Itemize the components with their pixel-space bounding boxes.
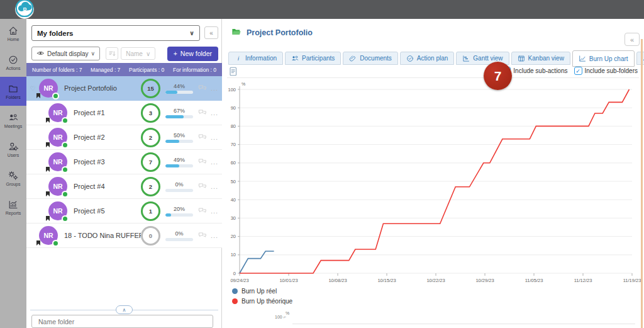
export-document-icon[interactable]	[228, 66, 240, 77]
tab-dashboard[interactable]: Dashboard	[636, 52, 644, 65]
chart-legend: Burn Up réelBurn Up théorique	[232, 286, 292, 306]
online-status-dot	[62, 166, 69, 173]
more-options-icon[interactable]: ...	[211, 183, 222, 190]
folder-row[interactable]: NRProject #2250%...	[26, 125, 222, 150]
online-status-dot	[52, 240, 59, 247]
folder-row[interactable]: NR18 - TODO Nina RUFFER00%...	[26, 223, 222, 248]
comments-icon[interactable]	[197, 133, 208, 142]
more-options-icon[interactable]: ...	[211, 207, 222, 215]
folder-progress: 20%	[165, 206, 193, 217]
sidebar-item-label: Users	[8, 153, 19, 157]
summary-item: Number of folders : 7	[32, 67, 82, 73]
folder-row[interactable]: ♡NRProject Portofolio1544%...	[26, 76, 222, 101]
comments-icon[interactable]	[197, 182, 208, 191]
folder-row[interactable]: NRProject #5120%...	[26, 199, 222, 223]
comments-icon[interactable]	[197, 84, 208, 93]
tab-label: Burn Up chart	[589, 55, 628, 62]
collapse-main-button[interactable]: «	[625, 33, 640, 46]
comments-icon[interactable]	[197, 231, 208, 240]
svg-text:11/05/23: 11/05/23	[525, 278, 543, 283]
online-status-dot	[62, 215, 69, 222]
chevron-down-icon: ∨	[189, 30, 194, 37]
action-count-ring: 1	[141, 201, 160, 221]
tab-information[interactable]: iInformation	[228, 52, 283, 65]
progress-fill	[165, 115, 184, 118]
sidebar-item-folders[interactable]: Folders	[0, 77, 26, 106]
folder-scope-select[interactable]: My folders ∨	[31, 25, 200, 41]
tab-documents[interactable]: Documents	[343, 52, 398, 65]
option-include-sub-folders[interactable]: ✓Include sub-folders	[574, 67, 638, 75]
svg-text:0: 0	[233, 271, 236, 276]
scrollbar[interactable]	[641, 39, 643, 328]
svg-text:09/24/23: 09/24/23	[230, 278, 248, 283]
sidebar-item-reports[interactable]: Reports	[0, 193, 26, 222]
more-options-icon[interactable]: ...	[211, 84, 222, 92]
folder-avatar: NR	[48, 152, 67, 171]
legend-label: Burn Up réel	[242, 288, 277, 295]
svg-text:90: 90	[231, 105, 236, 111]
more-options-icon[interactable]: ...	[211, 158, 222, 166]
tab-label: Gantt view	[473, 55, 502, 62]
flag-icon	[36, 240, 40, 246]
users-icon	[8, 142, 18, 152]
folder-row[interactable]: NRProject #1367%...	[26, 101, 222, 125]
progress-fill	[165, 213, 171, 217]
sidebar-item-actions[interactable]: Actions	[0, 48, 26, 77]
sidebar-item-home[interactable]: Home	[0, 19, 26, 48]
more-options-icon[interactable]: ...	[211, 133, 222, 141]
expand-panel-button[interactable]: ∧	[116, 305, 133, 314]
tab-kanban-view[interactable]: Kanban view	[511, 52, 570, 65]
favorite-heart-icon[interactable]: ♡	[26, 85, 39, 92]
folder-row[interactable]: NRProject #3749%...	[26, 150, 222, 174]
legend-label: Burn Up théorique	[242, 298, 292, 305]
eye-icon	[36, 49, 45, 59]
svg-text:p: p	[23, 5, 26, 12]
folder-name: 18 - TODO Nina RUFFER	[64, 232, 141, 239]
sort-icon[interactable]	[106, 47, 118, 60]
folder-row[interactable]: NRProject #420%...	[26, 174, 222, 199]
folder-avatar: NR	[48, 177, 67, 196]
folder-progress: 0%	[165, 230, 193, 241]
tab-bar: iInformationParticipantsDocumentsAction …	[228, 50, 644, 65]
sidebar-item-groups[interactable]: Groups	[0, 164, 26, 193]
tab-label: Documents	[360, 55, 392, 62]
sidebar-item-meetings[interactable]: Meetings	[0, 106, 26, 135]
progress-fill	[165, 164, 179, 167]
collapse-folder-panel-button[interactable]: «	[204, 26, 218, 39]
home-icon	[8, 26, 18, 36]
action-count-ring: 0	[141, 226, 160, 246]
name-folder-field[interactable]	[31, 315, 213, 328]
tab-action-plan[interactable]: Action plan	[400, 52, 454, 65]
name-folder-input[interactable]	[37, 317, 208, 326]
checkbox[interactable]: ✓	[574, 67, 582, 75]
tab-burn-up-chart[interactable]: Burn Up chart	[572, 50, 635, 67]
sort-field-select[interactable]: Name ∨	[121, 47, 155, 60]
sidebar-item-users[interactable]: Users	[0, 135, 26, 164]
svg-text:10: 10	[231, 252, 236, 257]
app-logo[interactable]: p	[15, 0, 34, 19]
folder-avatar: NR	[48, 128, 67, 147]
cloud-logo-icon: p	[16, 0, 33, 20]
new-folder-button[interactable]: + New folder	[167, 47, 218, 61]
option-include-sub-actions[interactable]: ✓Include sub-actions	[502, 67, 567, 75]
tab-participants[interactable]: Participants	[285, 52, 341, 65]
action-count-ring: 3	[141, 103, 160, 123]
participants-icon	[291, 55, 299, 62]
comments-icon[interactable]	[197, 108, 208, 117]
more-options-icon[interactable]: ...	[211, 109, 222, 116]
comments-icon[interactable]	[197, 206, 208, 215]
progress-percent: 44%	[165, 83, 193, 89]
display-filter-button[interactable]: Default display ∨	[31, 47, 100, 60]
svg-text:40: 40	[231, 197, 236, 203]
folder-progress: 0%	[165, 181, 193, 192]
svg-text:30: 30	[231, 215, 236, 221]
folder-name: Project #4	[74, 183, 141, 190]
comments-icon[interactable]	[197, 157, 208, 166]
open-folder-icon	[231, 27, 242, 38]
flag-icon	[46, 167, 50, 172]
flag-icon	[46, 191, 50, 196]
action-count-ring: 2	[141, 128, 160, 147]
online-status-dot	[62, 191, 69, 198]
more-options-icon[interactable]: ...	[211, 232, 222, 239]
progress-percent: 50%	[165, 132, 193, 139]
